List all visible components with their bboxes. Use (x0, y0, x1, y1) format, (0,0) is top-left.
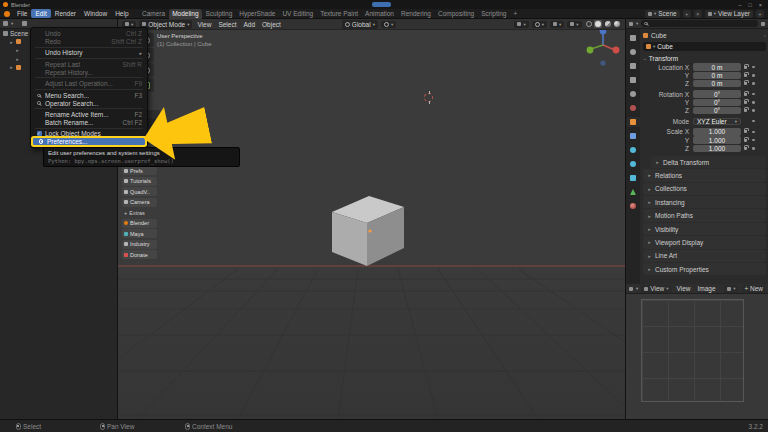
navigation-gizmo[interactable] (587, 28, 620, 66)
shading-material-button[interactable] (604, 20, 612, 28)
industry-keymap-button[interactable]: Industry (122, 240, 157, 249)
donate-button[interactable]: Donate (122, 250, 157, 259)
tab-particles[interactable] (627, 145, 640, 155)
menu-item-undo[interactable]: UndoCtrl Z (31, 30, 147, 38)
new-image-button[interactable]: + New (741, 285, 766, 293)
search-input[interactable] (641, 20, 758, 27)
pin-icon[interactable]: ◦ (764, 32, 766, 39)
image-menu-image[interactable]: Image (696, 285, 718, 292)
animate-dot[interactable] (750, 120, 757, 123)
camera-button[interactable]: Camera (122, 198, 157, 207)
viewport-menu-view[interactable]: View (195, 21, 213, 28)
scale-z-field[interactable]: 1.000 (693, 145, 741, 152)
proportional-editing-toggle[interactable]: ▾ (532, 21, 547, 28)
extras-expander[interactable]: +Extras (122, 208, 157, 217)
transform-panel-header[interactable]: ⌄ Transform (643, 53, 766, 63)
menu-item-operator-search[interactable]: Operator Search... (31, 99, 147, 107)
panel-instancing[interactable]: ▸Instancing (643, 196, 766, 208)
prefs-button[interactable]: Prefs (122, 166, 157, 175)
image-menu-view[interactable]: View (675, 285, 693, 292)
tab-texture-paint[interactable]: Texture Paint (317, 9, 362, 19)
new-scene-button[interactable]: + (683, 10, 691, 18)
animate-dot[interactable] (750, 93, 757, 96)
menu-edit[interactable]: Edit (31, 9, 50, 18)
animate-dot[interactable] (750, 139, 757, 142)
rotation-mode-dropdown[interactable]: XYZ Euler ▾ (693, 118, 741, 125)
menu-render[interactable]: Render (51, 9, 80, 18)
delete-scene-button[interactable]: × (694, 10, 702, 18)
tab-view-layer[interactable] (627, 75, 640, 85)
menu-item-lock-object-modes[interactable]: ✓Lock Object Modes (31, 130, 147, 138)
tab-constraints[interactable] (627, 173, 640, 183)
editor-type-icon[interactable] (3, 21, 8, 26)
lock-icon[interactable] (741, 74, 750, 77)
expand-icon[interactable]: ▸ (9, 64, 14, 70)
tab-sculpting[interactable]: Sculpting (202, 9, 236, 19)
viewport-3d[interactable]: ▾ Object Mode ▾ View Select Add Object G… (118, 19, 625, 419)
menu-file[interactable]: File (13, 9, 31, 18)
tab-rendering[interactable]: Rendering (397, 9, 434, 19)
animate-dot[interactable] (750, 147, 757, 150)
shading-wireframe-button[interactable] (585, 20, 593, 28)
viewport-canvas[interactable] (118, 19, 625, 419)
menu-help[interactable]: Help (111, 9, 132, 18)
tab-output[interactable] (627, 61, 640, 71)
object-name-field[interactable]: ▾ Cube (643, 42, 766, 51)
animate-dot[interactable] (750, 74, 757, 77)
rotation-z-field[interactable]: 0° (693, 107, 741, 114)
pivot-point-selector[interactable]: ▾ (381, 21, 396, 28)
menu-item-repeat-history[interactable]: Repeat History... (31, 68, 147, 76)
blender-keymap-button[interactable]: Blender (122, 219, 157, 228)
shading-rendered-button[interactable] (613, 20, 621, 28)
image-datablock-selector[interactable]: ▾ (724, 285, 738, 293)
lock-icon[interactable] (741, 66, 750, 69)
snap-toggle[interactable]: ▾ (514, 21, 528, 28)
lock-icon[interactable] (741, 93, 750, 96)
tab-render[interactable] (627, 47, 640, 57)
new-view-layer-button[interactable]: + (756, 10, 764, 18)
lock-icon[interactable] (741, 139, 750, 142)
tab-tool[interactable] (627, 33, 640, 43)
location-x-field[interactable]: 0 m (693, 63, 741, 70)
scene-selector[interactable]: ▾ Scene (645, 10, 680, 18)
filter-icon[interactable] (761, 22, 765, 26)
scale-x-field[interactable]: 1.000 (693, 128, 741, 135)
maximize-button[interactable]: □ (748, 2, 751, 8)
transform-orientation-selector[interactable]: Global ▾ (342, 20, 378, 29)
app-menu-icon[interactable] (4, 11, 10, 17)
tab-hypershade[interactable]: HyperShade (236, 9, 279, 19)
menu-item-repeat-last[interactable]: Repeat LastShift R (31, 61, 147, 69)
gizmos-toggle[interactable]: ▾ (550, 21, 564, 28)
viewport-menu-select[interactable]: Select (216, 21, 238, 28)
filter-icon[interactable] (22, 21, 27, 26)
location-y-field[interactable]: 0 m (693, 72, 741, 79)
animate-dot[interactable] (750, 131, 757, 134)
rotation-x-field[interactable]: 0° (693, 90, 741, 97)
cube-object[interactable] (332, 196, 404, 266)
location-z-field[interactable]: 0 m (693, 80, 741, 87)
rotation-y-field[interactable]: 0° (693, 99, 741, 106)
menu-item-redo[interactable]: RedoShift Ctrl Z (31, 38, 147, 46)
animate-dot[interactable] (750, 66, 757, 69)
lock-icon[interactable] (741, 109, 750, 112)
shading-solid-button[interactable] (594, 20, 602, 28)
tab-uv-editing[interactable]: UV Editing (279, 9, 317, 19)
panel-custom-properties[interactable]: ▸Custom Properties (643, 263, 766, 275)
chevron-down-icon[interactable]: ▾ (636, 286, 638, 291)
expand-icon[interactable]: ▸ (9, 39, 14, 45)
tutorials-button[interactable]: Tutorials (122, 177, 157, 186)
tab-physics[interactable] (627, 159, 640, 169)
menu-item-adjust-last-operation[interactable]: Adjust Last Operation...F9 (31, 80, 147, 88)
overlays-toggle[interactable]: ▾ (567, 21, 581, 28)
tab-world[interactable] (627, 103, 640, 113)
panel-viewport-display[interactable]: ▸Viewport Display (643, 236, 766, 248)
menu-item-undo-history[interactable]: Undo History▸ (31, 49, 147, 57)
menu-item-menu-search[interactable]: Menu Search...F3 (31, 92, 147, 100)
tab-compositing[interactable]: Compositing (434, 9, 477, 19)
animate-dot[interactable] (750, 82, 757, 85)
scale-y-field[interactable]: 1.000 (693, 136, 741, 143)
expand-icon[interactable]: ▸ (15, 56, 20, 62)
expand-icon[interactable]: ▸ (15, 47, 20, 53)
view-layer-selector[interactable]: ▾ View Layer (705, 10, 753, 18)
tab-scripting[interactable]: Scripting (478, 9, 510, 19)
